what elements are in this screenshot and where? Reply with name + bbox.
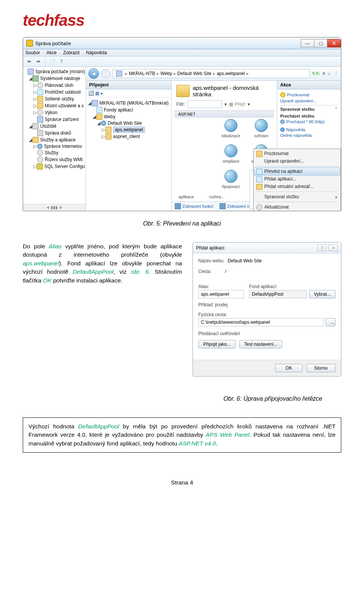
add-icon[interactable]: ▸ bbox=[101, 91, 103, 96]
tree-item[interactable]: ▷Sdílené složky bbox=[24, 96, 85, 102]
dialog-close-icon[interactable]: ✕ bbox=[329, 245, 338, 251]
val-path: / bbox=[225, 269, 226, 274]
bc-2[interactable]: Default Web Site bbox=[177, 71, 212, 76]
browse-button[interactable]: ... bbox=[326, 318, 336, 326]
tree-item[interactable]: ▷Správce Internetov bbox=[24, 143, 85, 149]
conn-item[interactable]: ▷aspnet_client bbox=[88, 133, 170, 140]
maximize-button[interactable]: ▢ bbox=[314, 39, 328, 47]
select-pool-button[interactable]: Vybrat... bbox=[309, 290, 336, 298]
home-icon[interactable]: ⌂ bbox=[328, 71, 331, 76]
view-features[interactable]: Zobrazení funkcí bbox=[175, 203, 213, 209]
note-box: Výchozí hodnota DefaultAppPool by měla b… bbox=[23, 417, 341, 453]
ctx-item[interactable]: Přidat aplikaci... bbox=[254, 175, 340, 183]
menu-file[interactable]: Soubor bbox=[25, 50, 40, 55]
feature-icon[interactable]: lobalizace bbox=[219, 119, 243, 138]
cancel-button[interactable]: Storno bbox=[306, 364, 336, 372]
minimize-button[interactable]: — bbox=[301, 39, 314, 47]
pool-input: DefaultAppPool bbox=[249, 290, 307, 298]
bc-0[interactable]: MKRAL-NTB bbox=[129, 71, 155, 76]
tree-item[interactable]: Služby bbox=[24, 149, 85, 156]
forward-icon[interactable]: ➡ bbox=[35, 58, 42, 65]
center-title: aps.webpanel - domovská stránka bbox=[193, 85, 272, 97]
ctx-item[interactable]: Aktualizovat bbox=[254, 203, 340, 211]
lbl-auth: Předávací ověřování bbox=[198, 331, 336, 336]
caption-fig5: Obr. 5: Převedení na aplikaci bbox=[23, 220, 341, 227]
dialog-help-icon[interactable]: ? bbox=[317, 245, 326, 251]
tree-item[interactable]: ▷SQL Server Configu bbox=[24, 163, 85, 170]
tree-item[interactable]: ◢Služby a aplikace bbox=[24, 136, 85, 143]
connections-panel: Připojení 🔄 ▦ ▸ ◢MKRAL-NTB (MKRAL-NTB\mk… bbox=[86, 81, 172, 211]
caption-fig6: Obr. 6: Úprava připojovacího řetězce bbox=[23, 395, 322, 402]
folder-icon[interactable]: 📄 bbox=[49, 58, 56, 65]
ctx-item[interactable]: Upravit oprávnění... bbox=[254, 157, 340, 165]
help-icon[interactable]: ? bbox=[58, 58, 65, 65]
connections-head: Připojení bbox=[86, 81, 171, 89]
conn-item[interactable]: ◢Weby bbox=[88, 113, 170, 120]
navbar: ◄ ▸ MKRAL-NTB▸ Weby▸ Default Web Site▸ a… bbox=[86, 67, 341, 81]
close-button[interactable]: ✕ bbox=[327, 39, 341, 47]
paragraph: Do pole Alias vyplňte jméno, pod kterým … bbox=[23, 242, 182, 376]
back-icon[interactable]: ⬅ bbox=[25, 58, 33, 65]
alias-input[interactable]: aps.webpanel bbox=[198, 290, 244, 298]
filter-go[interactable]: Přejít bbox=[235, 102, 245, 107]
menu-action[interactable]: Akce bbox=[46, 50, 56, 55]
feature-icon[interactable]: ozhraní bbox=[249, 119, 273, 138]
center-panel: aps.webpanel - domovská stránka Filtr: ▾… bbox=[172, 81, 277, 211]
tree-item[interactable]: Správa disků bbox=[24, 130, 85, 136]
conn-icon[interactable]: 🔄 bbox=[88, 91, 94, 96]
action-online-help[interactable]: Online nápověda bbox=[280, 133, 338, 138]
physpath-input[interactable]: C:\inetpub\wwwroot\aps.webpanel bbox=[198, 318, 323, 326]
feature-icon[interactable]: ­ompilace bbox=[219, 144, 243, 164]
actions-browse-head: Procházet složku bbox=[280, 114, 338, 118]
conn-item[interactable]: ◢Default Web Site bbox=[88, 120, 170, 126]
tree-item[interactable]: Správce zařízení bbox=[24, 116, 85, 123]
action-perms[interactable]: Upravit oprávnění... bbox=[280, 99, 338, 103]
feature-icon[interactable]: řipojovací bbox=[219, 170, 243, 211]
left-tree-panel: Správa počítače (místní)◢Systémové nástr… bbox=[23, 67, 86, 211]
tree-item[interactable]: ◢Úložiště bbox=[24, 123, 85, 130]
page-footer: Strana 4 bbox=[23, 479, 341, 486]
test-settings-button[interactable]: Test nastavení... bbox=[239, 340, 282, 348]
bc-1[interactable]: Weby bbox=[160, 71, 172, 76]
action-browse[interactable]: Procházet *:80 (http) bbox=[280, 119, 338, 124]
filter-input[interactable] bbox=[187, 100, 222, 108]
bc-3[interactable]: aps.webpanel bbox=[217, 71, 245, 76]
ctx-item[interactable]: Spravovat složku bbox=[254, 193, 340, 201]
ok-button[interactable]: OK bbox=[275, 364, 302, 372]
conn-item[interactable]: Fondy aplikací bbox=[88, 107, 170, 113]
connect-as-button[interactable]: Připojit jako... bbox=[198, 340, 235, 348]
val-webname: Default Web Site bbox=[228, 258, 262, 263]
ctx-item[interactable]: Převést na aplikaci bbox=[254, 167, 340, 176]
group-aspnet: ASP.NET bbox=[175, 111, 274, 118]
list-icon[interactable]: ▦ bbox=[95, 91, 99, 96]
scrollbar[interactable]: ◄ ▮▮▮ ► bbox=[23, 204, 86, 211]
ctx-item[interactable]: Prozkoumat bbox=[254, 150, 340, 157]
ctx-item[interactable]: Přidat virtuální adresář... bbox=[254, 183, 340, 190]
lbl-path: Cesta: bbox=[198, 269, 212, 277]
tree-item[interactable]: Správa počítače (místní) bbox=[24, 68, 85, 75]
stop-icon[interactable]: ✕ bbox=[322, 71, 326, 76]
tree-item[interactable]: ▷Místní uživatelé a s bbox=[24, 102, 85, 109]
conn-item[interactable]: ▷aps.webpanel bbox=[88, 126, 170, 133]
tree-item[interactable]: ◢Systémové nástroje bbox=[24, 75, 85, 82]
pc-icon bbox=[116, 71, 122, 77]
tree-item[interactable]: Řízení služby WMI bbox=[24, 156, 85, 163]
nav-fwd-icon[interactable] bbox=[101, 69, 110, 78]
filter-label: Filtr: bbox=[176, 102, 185, 107]
toolbar: ⬅ ➡ 📄 ? bbox=[23, 56, 341, 67]
add-app-dialog: Přidat aplikaci ? ✕ Název webu:Default W… bbox=[193, 242, 341, 376]
sync-icon[interactable]: ↻↻ bbox=[312, 71, 320, 76]
conn-item[interactable]: ◢MKRAL-NTB (MKRAL-NTB\mkral) bbox=[88, 100, 170, 107]
action-explore[interactable]: Prozkoumat bbox=[280, 92, 338, 97]
tree-item[interactable]: ▷Plánovač úloh bbox=[24, 82, 85, 89]
folder-large-icon bbox=[176, 85, 190, 97]
help-nav-icon[interactable]: ❔ bbox=[333, 71, 339, 76]
tree-item[interactable]: ▷Prohlížeč událostí bbox=[24, 89, 85, 96]
action-help[interactable]: Nápověda bbox=[280, 127, 338, 132]
menu-view[interactable]: Zobrazit bbox=[63, 50, 79, 55]
example-label: Příklad: prodej bbox=[198, 302, 336, 307]
nav-back-icon[interactable]: ◄ bbox=[88, 68, 99, 79]
tree-item[interactable]: ▷Výkon bbox=[24, 109, 85, 116]
menu-help[interactable]: Nápověda bbox=[86, 50, 107, 55]
breadcrumb[interactable]: ▸ MKRAL-NTB▸ Weby▸ Default Web Site▸ aps… bbox=[113, 69, 310, 78]
